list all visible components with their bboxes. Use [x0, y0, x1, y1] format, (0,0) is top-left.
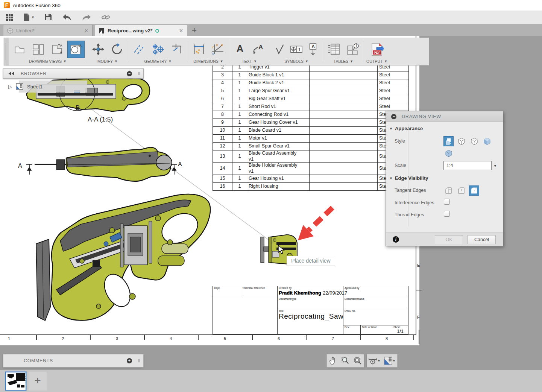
tab-untitled[interactable]: Untitled* ✕ — [3, 25, 93, 36]
save-button[interactable] — [44, 13, 52, 21]
section-view-button[interactable]: AA — [49, 41, 66, 58]
style-label: Style — [395, 138, 405, 144]
undo-button[interactable] — [62, 14, 72, 21]
table-button[interactable] — [325, 41, 343, 58]
move-button[interactable] — [90, 41, 107, 58]
balloon-button[interactable]: 1 — [344, 41, 361, 58]
center-mark-button[interactable] — [149, 41, 167, 58]
navigation-toolbar — [326, 354, 364, 368]
edge-extension-button[interactable] — [168, 41, 185, 58]
table-row[interactable]: 12 1 Small Spur Gear v1 Steel — [213, 143, 409, 150]
ordinate-dimension-button[interactable]: 0XY0 — [209, 41, 226, 58]
tangent-full-length-icon[interactable] — [443, 185, 454, 196]
style-shaded-visible-hidden-icon[interactable] — [443, 148, 454, 158]
ribbon-grip-handle[interactable] — [4, 38, 9, 65]
style-visible-hidden-edges-icon[interactable] — [469, 136, 479, 146]
table-row[interactable]: 16 1 Right Housing Steel — [213, 182, 409, 190]
table-row[interactable]: 9 1 Gear Housing Cover v1 Steel — [213, 119, 409, 127]
close-icon[interactable]: ✕ — [84, 28, 88, 33]
browser-sheet-item[interactable]: ▷ Sheet1 — [8, 81, 43, 93]
zoom-fit-button[interactable] — [352, 355, 364, 367]
leader-text-button[interactable]: A — [250, 41, 267, 58]
part-qty-cell: 1 — [232, 119, 247, 127]
scale-input[interactable]: 1:4 — [443, 161, 492, 170]
base-view-button[interactable] — [11, 41, 28, 58]
comments-add-button[interactable]: + — [127, 358, 132, 363]
datum-identifier-button[interactable]: A — [305, 41, 320, 58]
table-row[interactable]: 13 1 Blade Guard Assembly v1 Steel — [213, 150, 409, 163]
surface-texture-button[interactable] — [272, 41, 287, 58]
table-row[interactable]: 8 1 Connecting Rod v1 Steel — [213, 111, 409, 119]
group-label[interactable]: OUTPUT▼ — [366, 59, 387, 65]
panel-grip-icon[interactable]: ‖ — [138, 358, 140, 363]
close-icon[interactable]: ✕ — [179, 28, 183, 33]
file-menu-button[interactable]: ▼ — [23, 13, 35, 21]
tangent-off-icon-selected[interactable] — [469, 185, 479, 196]
zoom-window-button[interactable] — [339, 355, 351, 367]
ok-button[interactable]: OK — [435, 235, 463, 244]
style-shaded-icon[interactable] — [482, 136, 492, 146]
dialog-minimize-button[interactable]: − — [391, 114, 396, 119]
comments-panel-header[interactable]: COMMENTS + ‖ — [3, 354, 144, 368]
table-row[interactable]: 15 1 Gear Housing v1 Steel — [213, 175, 409, 182]
tab-drawing-active[interactable]: Reciproc...wing v2* ✕ — [95, 25, 187, 36]
appearance-section-header[interactable]: ▼Appearance — [389, 126, 423, 131]
centerline-button[interactable] — [131, 41, 148, 58]
group-label[interactable]: MODIFY▼ — [97, 59, 118, 65]
cancel-button[interactable]: Cancel — [468, 235, 496, 244]
style-visible-edges-icon[interactable] — [456, 136, 466, 146]
table-row[interactable]: 7 1 Short Rod v1 Steel — [213, 103, 409, 111]
scale-dropdown-icon[interactable]: ▼ — [493, 164, 497, 168]
output-pdf-button[interactable]: PDF — [368, 41, 386, 58]
redo-button[interactable] — [82, 14, 91, 21]
part-number-cell: 8 — [213, 111, 232, 119]
grid-settings-button[interactable]: ▼ — [367, 355, 382, 367]
part-name-cell: Small Spur Gear v1 — [247, 143, 310, 150]
app-launcher-button[interactable] — [5, 13, 14, 21]
pan-button[interactable] — [327, 355, 339, 367]
table-row[interactable]: 11 1 Motor v1 Steel — [213, 135, 409, 143]
group-label[interactable]: TABLES▼ — [334, 59, 353, 65]
part-desc-cell — [310, 163, 378, 175]
table-row[interactable]: 6 1 Big Gear Shaft v1 Steel — [213, 95, 409, 103]
part-desc-cell — [310, 127, 378, 135]
dimension-button[interactable] — [190, 41, 208, 58]
group-label[interactable]: DRAWING VIEWS▼ — [29, 59, 67, 65]
add-sheet-button[interactable]: + — [29, 372, 47, 390]
tangent-shortened-icon[interactable] — [456, 185, 466, 196]
parts-list-table[interactable]: 2 1 Trigger v1 Steel 3 1 Guide Block 1 v… — [213, 63, 409, 191]
document-tab-bar: Untitled* ✕ Reciproc...wing v2* ✕ + — [0, 24, 542, 36]
browser-minimize-button[interactable]: − — [127, 71, 132, 76]
group-label[interactable]: SYMBOLS▼ — [284, 59, 308, 65]
table-row[interactable]: 4 1 Guide Block 2 v1 Steel — [213, 79, 409, 87]
dialog-header[interactable]: − DRAWING VIEW — [386, 111, 503, 122]
edge-visibility-section-header[interactable]: ▼Edge Visibility — [389, 175, 428, 181]
detail-view-button-active[interactable]: A — [67, 41, 85, 58]
group-label[interactable]: TEXT▼ — [242, 59, 257, 65]
text-button[interactable]: A — [231, 41, 249, 58]
style-shaded-hidden-edges-icon-selected[interactable] — [443, 136, 454, 146]
projected-view-button[interactable] — [30, 41, 47, 58]
share-link-button[interactable] — [101, 14, 110, 21]
group-label[interactable]: GEOMETRY▼ — [144, 59, 172, 65]
chevron-down-icon: ▼ — [63, 59, 67, 63]
part-number-cell: 15 — [213, 175, 232, 182]
feature-control-frame-button[interactable]: 1 — [289, 41, 304, 58]
info-icon[interactable]: i — [393, 236, 399, 243]
thread-edges-checkbox[interactable] — [444, 211, 450, 217]
table-row[interactable]: 3 1 Guide Block 1 v1 Steel — [213, 71, 409, 79]
new-tab-button[interactable]: + — [192, 25, 197, 36]
svg-text:0: 0 — [216, 43, 218, 47]
table-row[interactable]: 5 1 Large Spur Gear v1 Steel — [213, 87, 409, 95]
sheet-settings-button[interactable]: ▼ — [383, 355, 397, 367]
sheet1-thumbnail-active[interactable] — [5, 372, 26, 390]
table-row[interactable]: 14 1 Blade Holder Assembly v1 Steel — [213, 163, 409, 175]
panel-grip-icon[interactable]: ‖ — [138, 71, 140, 76]
interference-edges-checkbox[interactable] — [444, 199, 450, 205]
group-label[interactable]: DIMENSIONS▼ — [193, 59, 223, 65]
expand-arrow-icon[interactable]: ▷ — [8, 84, 12, 90]
browser-panel-header[interactable]: BROWSER − ‖ — [3, 68, 144, 79]
rotate-button[interactable] — [108, 41, 126, 58]
table-row[interactable]: 10 1 Blade Guard v1 Steel — [213, 127, 409, 135]
collapse-left-icon[interactable] — [9, 71, 15, 76]
